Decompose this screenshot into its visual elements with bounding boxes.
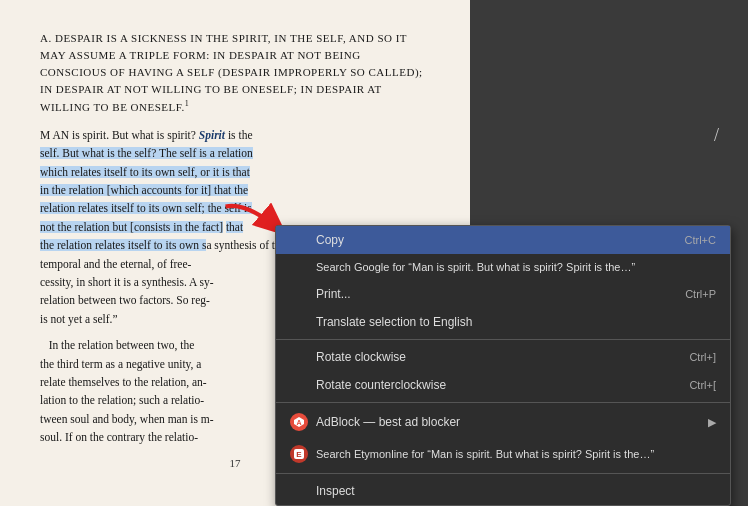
menu-item-left-translate: Translate selection to English <box>290 315 472 329</box>
menu-item-inspect[interactable]: Inspect <box>276 477 730 505</box>
menu-right-rotate-cw: Ctrl+] <box>669 351 716 363</box>
menu-item-rotate-cw[interactable]: Rotate clockwiseCtrl+] <box>276 343 730 371</box>
menu-shortcut-copy: Ctrl+C <box>685 234 716 246</box>
menu-item-left-rotate-cw: Rotate clockwise <box>290 350 406 364</box>
menu-item-left-rotate-ccw: Rotate counterclockwise <box>290 378 446 392</box>
menu-item-left-etymonline: ESearch Etymonline for “Man is spirit. B… <box>290 445 654 463</box>
menu-icon-etymonline: E <box>290 445 308 463</box>
menu-arrow-adblock: ▶ <box>708 416 716 429</box>
menu-item-translate[interactable]: Translate selection to English <box>276 308 730 336</box>
mouse-cursor: / <box>714 125 726 143</box>
menu-divider-after-3 <box>276 339 730 340</box>
menu-item-copy[interactable]: CopyCtrl+C <box>276 226 730 254</box>
menu-item-left-copy: Copy <box>290 233 344 247</box>
menu-label-rotate-ccw: Rotate counterclockwise <box>316 378 446 392</box>
menu-label-search-google: Search Google for “Man is spirit. But wh… <box>316 261 635 273</box>
menu-label-adblock: AdBlock — best ad blocker <box>316 415 460 429</box>
menu-icon-adblock: A <box>290 413 308 431</box>
menu-item-left-adblock: AAdBlock — best ad blocker <box>290 413 460 431</box>
menu-shortcut-rotate-ccw: Ctrl+[ <box>689 379 716 391</box>
context-menu: CopyCtrl+CSearch Google for “Man is spir… <box>275 225 731 506</box>
menu-item-rotate-ccw[interactable]: Rotate counterclockwiseCtrl+[ <box>276 371 730 399</box>
menu-label-print: Print... <box>316 287 351 301</box>
menu-right-rotate-ccw: Ctrl+[ <box>669 379 716 391</box>
menu-item-print[interactable]: Print...Ctrl+P <box>276 280 730 308</box>
menu-shortcut-print: Ctrl+P <box>685 288 716 300</box>
menu-right-adblock: ▶ <box>708 416 716 429</box>
menu-shortcut-rotate-cw: Ctrl+] <box>689 351 716 363</box>
menu-label-inspect: Inspect <box>316 484 355 498</box>
menu-item-left-print: Print... <box>290 287 351 301</box>
large-letter-m: M <box>40 129 50 141</box>
menu-item-search-google[interactable]: Search Google for “Man is spirit. But wh… <box>276 254 730 280</box>
menu-label-translate: Translate selection to English <box>316 315 472 329</box>
menu-label-rotate-cw: Rotate clockwise <box>316 350 406 364</box>
svg-text:E: E <box>296 450 302 459</box>
menu-label-etymonline: Search Etymonline for “Man is spirit. Bu… <box>316 448 654 460</box>
svg-text:A: A <box>296 419 301 426</box>
menu-divider-after-5 <box>276 402 730 403</box>
menu-label-copy: Copy <box>316 233 344 247</box>
menu-item-etymonline[interactable]: ESearch Etymonline for “Man is spirit. B… <box>276 438 730 470</box>
menu-right-copy: Ctrl+C <box>665 234 716 246</box>
menu-divider-after-7 <box>276 473 730 474</box>
menu-item-left-inspect: Inspect <box>290 484 355 498</box>
menu-item-left-search-google: Search Google for “Man is spirit. But wh… <box>290 261 635 273</box>
paragraph-a: A. DESPAIR IS A SICKNESS IN THE SPIRIT, … <box>40 30 430 116</box>
menu-item-adblock[interactable]: AAdBlock — best ad blocker▶ <box>276 406 730 438</box>
menu-right-print: Ctrl+P <box>665 288 716 300</box>
